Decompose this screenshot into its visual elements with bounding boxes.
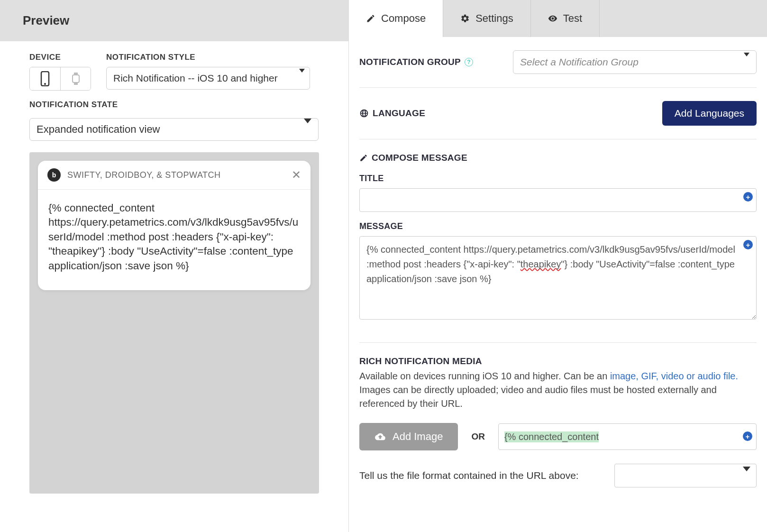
notif-style-select[interactable]: Rich Notification -- iOS 10 and higher [106,67,310,90]
notification-card: b SWIFTY, DROIDBOY, & STOPWATCH ✕ {% con… [38,161,310,290]
rich-media-description: Available on devices running iOS 10 and … [359,369,757,411]
format-label: Tell us the file format contained in the… [359,470,579,481]
device-watch-button[interactable] [60,67,91,90]
compose-message-label: COMPOSE MESSAGE [359,153,757,163]
preview-frame: b SWIFTY, DROIDBOY, & STOPWATCH ✕ {% con… [29,152,319,494]
notif-group-label: NOTIFICATION GROUP ? [359,57,473,67]
pencil-icon [366,14,375,23]
device-phone-button[interactable] [30,67,60,90]
format-select[interactable] [614,464,757,487]
notification-body: {% connected_content https://query.petam… [38,189,310,290]
tabs-bar: Compose Settings Test [349,0,767,37]
title-label: TITLE [359,174,757,183]
watch-icon [71,72,81,85]
tab-test-label: Test [563,12,582,25]
title-input[interactable] [359,188,757,212]
eye-icon [548,14,557,23]
rich-media-label: RICH NOTIFICATION MEDIA [359,356,757,367]
tab-compose-label: Compose [381,12,426,25]
svg-rect-2 [73,75,79,83]
notif-style-value: Rich Notification -- iOS 10 and higher [113,73,278,84]
caret-down-icon [304,123,311,136]
tab-test[interactable]: Test [531,0,600,37]
media-url-input[interactable]: {% connected_content + [498,423,757,450]
edit-icon [359,154,368,162]
app-icon: b [47,168,61,182]
add-image-button[interactable]: Add Image [359,423,458,450]
close-icon[interactable]: ✕ [292,168,301,182]
preview-title: Preview [0,0,348,41]
notif-group-select[interactable]: Select a Notification Group [513,50,757,74]
notif-style-label: NOTIFICATION STYLE [106,53,310,62]
caret-down-icon [299,73,305,84]
message-label: MESSAGE [359,221,757,231]
cloud-upload-icon [374,431,386,442]
editor-panel: Compose Settings Test NOTIFICATION GROUP… [348,0,767,532]
tab-compose[interactable]: Compose [349,0,443,37]
help-icon[interactable]: ? [465,58,473,66]
phone-icon [39,71,51,86]
preview-panel: Preview DEVICE NOTIFICATION STYLE [0,0,348,532]
media-types-link[interactable]: image, GIF, video or audio file. [610,371,738,381]
notif-state-label: NOTIFICATION STATE [29,100,319,110]
tab-settings-label: Settings [475,12,513,25]
svg-rect-3 [74,73,78,74]
device-label: DEVICE [29,53,91,62]
caret-down-icon [743,471,750,480]
app-name: SWIFTY, DROIDBOY, & STOPWATCH [67,170,285,180]
tab-settings[interactable]: Settings [443,0,531,37]
message-input[interactable]: {% connected_content https://query.petam… [359,236,757,320]
notif-group-placeholder: Select a Notification Group [520,56,639,68]
language-label: LANGUAGE [359,108,425,119]
svg-rect-4 [74,83,78,85]
gear-icon [460,14,470,23]
plus-icon[interactable]: + [743,431,752,441]
plus-icon[interactable]: + [743,240,753,249]
notif-state-value: Expanded notification view [37,123,160,136]
globe-icon [359,109,369,118]
device-toggle[interactable] [29,67,91,91]
notif-state-select[interactable]: Expanded notification view [29,118,319,141]
caret-down-icon [744,56,749,68]
svg-point-1 [44,83,46,85]
add-languages-button[interactable]: Add Languages [662,101,757,126]
plus-icon[interactable]: + [743,192,753,202]
or-label: OR [471,431,485,442]
